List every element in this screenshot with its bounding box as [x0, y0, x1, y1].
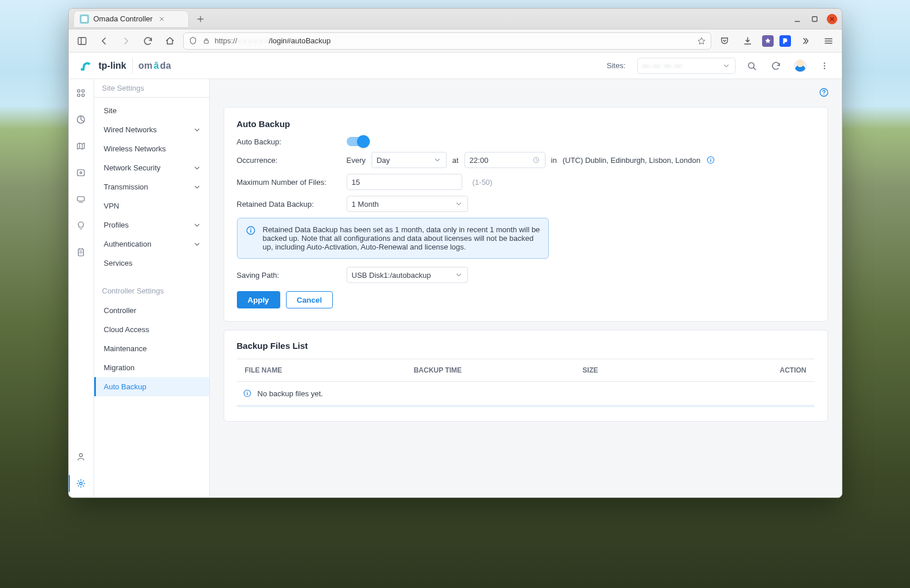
svg-rect-2 [204, 40, 208, 43]
home-icon[interactable] [161, 32, 179, 50]
select-value: USB Disk1:/autobackup [352, 271, 431, 280]
refresh-icon[interactable] [768, 58, 784, 74]
brand-separator [132, 58, 133, 73]
rail-map-icon[interactable] [73, 138, 89, 154]
window-maximize-icon[interactable] [809, 14, 820, 24]
sidebar-item-label: VPN [104, 202, 120, 210]
sidebar-item-network-security[interactable]: Network Security [94, 158, 209, 177]
url-bar[interactable]: https:// · · · · · · /login#autoBackup [183, 32, 711, 50]
chevron-down-icon [455, 271, 463, 279]
overflow-icon[interactable] [797, 32, 814, 50]
row-occurrence: Occurrence: Every Day at 22:00 [237, 152, 815, 168]
kebab-icon[interactable] [816, 58, 833, 74]
chevron-down-icon [455, 200, 463, 208]
row-max-files: Maximum Number of Files: 15 (1-50) [237, 174, 815, 190]
input-value: 15 [352, 178, 360, 187]
help-icon[interactable] [818, 86, 830, 99]
rail-admin-icon[interactable] [73, 449, 89, 465]
pocket-icon[interactable] [716, 32, 733, 50]
extension-badge-purple[interactable] [762, 35, 774, 47]
sidebar-item-cloud-access[interactable]: Cloud Access [94, 320, 209, 339]
row-retained: Retained Data Backup: 1 Month [237, 196, 815, 212]
toggle-auto-backup[interactable] [347, 137, 369, 146]
sidebar-item-wired-networks[interactable]: Wired Networks [94, 120, 209, 139]
search-icon[interactable] [744, 58, 760, 74]
empty-text: No backup files yet. [258, 389, 323, 398]
sidebar-item-controller[interactable]: Controller [94, 301, 209, 320]
content-header [210, 79, 842, 99]
rail-devices-icon[interactable] [73, 165, 89, 181]
avatar[interactable] [792, 58, 808, 74]
rail-dashboard-icon[interactable] [73, 85, 89, 101]
download-icon[interactable] [739, 32, 756, 50]
site-select[interactable]: — — — — [637, 58, 736, 74]
info-icon [243, 389, 252, 398]
sidebar-item-migration[interactable]: Migration [94, 358, 209, 377]
svg-point-9 [82, 90, 85, 92]
sidebar-item-label: Transmission [104, 183, 148, 191]
input-max-files[interactable]: 15 [347, 174, 462, 190]
svg-point-4 [748, 62, 754, 68]
sidebar-item-profiles[interactable]: Profiles [94, 215, 209, 235]
extension-badge-blue[interactable] [779, 35, 791, 47]
sidebar-item-authentication[interactable]: Authentication [94, 235, 209, 254]
window-minimize-icon[interactable] [792, 14, 803, 24]
col-action: ACTION [697, 366, 807, 374]
back-icon[interactable] [95, 32, 113, 50]
permissions-icon[interactable] [188, 36, 198, 46]
sidebar-item-label: Migration [104, 363, 135, 372]
sidebar-item-site[interactable]: Site [94, 101, 209, 120]
table-header: FILE NAME BACKUP TIME SIZE ACTION [237, 359, 815, 382]
sidebar-list-controller: Controller Cloud Access Maintenance Migr… [94, 297, 209, 403]
select-value: 1 Month [352, 200, 379, 209]
time-input[interactable]: 22:00 [465, 152, 545, 168]
label-saving-path: Saving Path: [237, 271, 341, 280]
sidebar-item-vpn[interactable]: VPN [94, 196, 209, 215]
rail-clients-icon[interactable] [73, 191, 89, 207]
browser-window: Omada Controller [68, 8, 842, 498]
sidebar-item-label: Site [104, 106, 117, 115]
cancel-button[interactable]: Cancel [286, 291, 333, 308]
table-empty: No backup files yet. [237, 382, 815, 407]
sidebar-toggle-icon[interactable] [73, 32, 91, 50]
browser-tab[interactable]: Omada Controller [73, 10, 189, 28]
bookmark-icon[interactable] [697, 36, 706, 46]
new-tab-button[interactable] [192, 11, 209, 27]
lock-icon[interactable] [202, 37, 210, 45]
window-controls [792, 14, 837, 24]
sidebar-group-site: Site Settings [94, 79, 209, 98]
svg-point-14 [80, 172, 81, 173]
sidebar-item-label: Services [104, 259, 133, 267]
select-interval[interactable]: Day [372, 152, 447, 168]
toolbar-right [716, 32, 837, 50]
sidebar-item-services[interactable]: Services [94, 254, 209, 273]
rail-insight-icon[interactable] [73, 218, 89, 234]
browser-toolbar: https:// · · · · · · /login#autoBackup [69, 29, 842, 53]
hint-range: (1-50) [473, 178, 493, 187]
content: Auto Backup Auto Backup: Occurrence: Eve… [210, 79, 842, 497]
sidebar: Site Settings Site Wired Networks Wirele… [94, 79, 210, 497]
chevron-down-icon [193, 126, 201, 134]
tab-close-icon[interactable] [157, 14, 166, 24]
rail-log-icon[interactable] [73, 244, 89, 260]
info-icon[interactable] [706, 155, 715, 165]
window-close-icon[interactable] [827, 14, 837, 24]
col-time: BACKUP TIME [414, 366, 578, 374]
rail-settings-icon[interactable] [73, 475, 89, 492]
forward-icon[interactable] [117, 32, 135, 50]
info-panel: Retained Data Backup has been set as 1 m… [237, 218, 549, 259]
apply-button[interactable]: Apply [237, 291, 280, 308]
sidebar-item-wireless-networks[interactable]: Wireless Networks [94, 139, 209, 158]
sidebar-item-transmission[interactable]: Transmission [94, 177, 209, 196]
svg-point-5 [823, 62, 824, 64]
sidebar-item-maintenance[interactable]: Maintenance [94, 339, 209, 358]
brand: tp-link omâda [78, 58, 172, 73]
select-saving-path[interactable]: USB Disk1:/autobackup [347, 267, 468, 283]
tab-title: Omada Controller [94, 14, 153, 23]
select-retained[interactable]: 1 Month [347, 196, 468, 212]
sidebar-item-auto-backup[interactable]: Auto Backup [94, 377, 209, 396]
app-menu-icon[interactable] [820, 32, 837, 50]
nav-rail [69, 79, 94, 497]
rail-statistics-icon[interactable] [73, 111, 89, 128]
reload-icon[interactable] [139, 32, 157, 50]
